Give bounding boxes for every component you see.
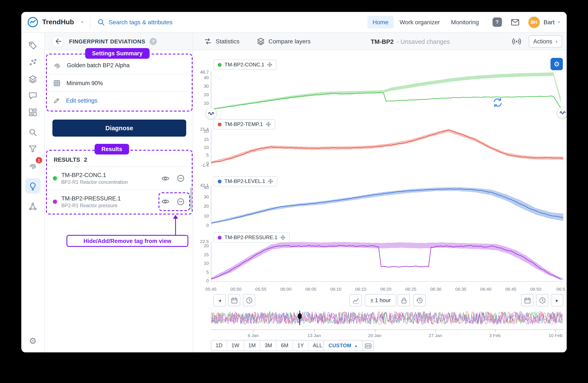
chart-plot-temp[interactable] bbox=[211, 129, 563, 166]
remove-tag-icon[interactable] bbox=[176, 173, 186, 183]
toggle-visibility-icon[interactable] bbox=[160, 173, 170, 183]
brand[interactable]: TrendHub ▾ bbox=[27, 17, 83, 28]
view-title: TM-BP2 - Unsaved changes bbox=[371, 33, 450, 50]
fingerprint-setting-row: Golden batch BP2 Alpha bbox=[47, 57, 192, 74]
remove-tag-icon[interactable] bbox=[176, 196, 186, 207]
chart-plot-pressure[interactable] bbox=[211, 241, 563, 282]
app-window: TrendHub ▾ Search tags & attributes Home… bbox=[21, 12, 567, 352]
top-bar: TrendHub ▾ Search tags & attributes Home… bbox=[21, 12, 567, 33]
compare-layers-button[interactable]: Compare layers bbox=[256, 37, 311, 46]
sidebar-recommendations-icon[interactable] bbox=[25, 178, 41, 194]
chip-label: TM-BP2-TEMP.1 bbox=[225, 121, 263, 127]
x-tick-label: 06:20 bbox=[377, 287, 394, 291]
refresh-icon[interactable] bbox=[492, 97, 503, 108]
sidebar-fingerprints-icon[interactable]: 1 bbox=[25, 158, 41, 174]
timeline-label: 20 Jan bbox=[364, 333, 385, 338]
context-minimap[interactable] bbox=[211, 311, 563, 325]
move-icon[interactable] bbox=[266, 122, 271, 127]
zoom-option-1m[interactable]: 1M bbox=[244, 341, 260, 351]
history-button[interactable] bbox=[413, 294, 426, 306]
search-input[interactable]: Search tags & attributes bbox=[97, 18, 172, 26]
timeline-axis: 6 Jan13 Jan20 Jan27 Jan3 Feb10 Feb bbox=[211, 329, 563, 339]
sidebar-search-icon[interactable] bbox=[25, 125, 41, 140]
wave-handle-right[interactable] bbox=[557, 107, 567, 118]
view-name: TM-BP2 bbox=[371, 38, 394, 45]
zoom-option-3m[interactable]: 3M bbox=[260, 341, 276, 351]
callout-arrow bbox=[175, 219, 176, 235]
end-date-button[interactable] bbox=[521, 294, 533, 306]
result-row-pressure[interactable]: TM-BP2-PRESSURE.1 BP2-R1 Reactor pressur… bbox=[47, 190, 192, 213]
y-axis-level: 42.1403020100 bbox=[193, 185, 210, 226]
timeline-tick bbox=[436, 330, 436, 332]
zoom-option-1y[interactable]: 1Y bbox=[293, 341, 308, 351]
panel-help-icon[interactable]: ? bbox=[149, 38, 157, 45]
nav-monitoring[interactable]: Monitoring bbox=[446, 16, 484, 29]
move-icon[interactable] bbox=[267, 62, 273, 67]
zoom-option-1w[interactable]: 1W bbox=[227, 341, 244, 351]
edit-settings-link-row[interactable]: Edit settings bbox=[47, 92, 192, 109]
move-icon[interactable] bbox=[268, 179, 273, 184]
pan-left-button[interactable]: ◂ bbox=[213, 294, 226, 306]
move-icon[interactable] bbox=[280, 235, 286, 240]
timeline-label: 13 Jan bbox=[304, 333, 325, 338]
timeline-tick bbox=[495, 330, 495, 332]
chart-plot-conc[interactable] bbox=[211, 71, 563, 112]
wave-handle-left[interactable] bbox=[205, 108, 217, 119]
custom-range-button[interactable]: CUSTOM ▲ bbox=[323, 340, 363, 351]
threshold-setting-row: Minimum 90% bbox=[47, 74, 192, 92]
chart-tag-chip-level[interactable]: TM-BP2-LEVEL.1 bbox=[213, 176, 278, 186]
chart-tag-chip-conc[interactable]: TM-BP2-CONC.1 bbox=[213, 59, 277, 70]
x-tick-label: 06:35 bbox=[452, 287, 469, 291]
result-row-conc[interactable]: TM-BP2-CONC.1 BP2-R1 Reactor concentrati… bbox=[47, 167, 192, 190]
fit-range-button[interactable] bbox=[363, 341, 374, 351]
trend-compare-button[interactable] bbox=[349, 294, 362, 306]
sidebar-scatter-icon[interactable] bbox=[25, 55, 41, 70]
live-broadcast-icon[interactable] bbox=[512, 37, 522, 46]
user-caret-icon[interactable]: ▾ bbox=[558, 20, 560, 24]
user-name: Bart bbox=[544, 19, 555, 25]
y-tick-label: 40 bbox=[204, 185, 209, 190]
sidebar-comments-icon[interactable] bbox=[25, 88, 41, 103]
x-tick-label: 05:55 bbox=[252, 287, 270, 291]
tag-name: TM-BP2-CONC.1 bbox=[61, 172, 155, 178]
mail-icon[interactable] bbox=[510, 18, 520, 26]
chart-settings-button[interactable]: ⚙ bbox=[550, 58, 563, 70]
sidebar-ml-icon[interactable] bbox=[25, 199, 41, 214]
x-tick-label: 06:05 bbox=[302, 287, 319, 291]
sidebar-filter-icon[interactable] bbox=[25, 141, 41, 157]
chart-plot-level[interactable] bbox=[211, 185, 563, 226]
end-time-button[interactable] bbox=[536, 294, 548, 306]
nav-home[interactable]: Home bbox=[368, 16, 394, 29]
y-tick-label: 0 bbox=[206, 223, 209, 228]
toggle-visibility-icon[interactable] bbox=[160, 196, 170, 207]
avatar[interactable]: BH bbox=[528, 16, 540, 28]
y-tick-label: 15 bbox=[204, 252, 209, 257]
zoom-option-1d[interactable]: 1D bbox=[211, 341, 227, 351]
sidebar-tags-icon[interactable] bbox=[25, 38, 41, 53]
sidebar-dashboards-icon[interactable] bbox=[25, 105, 41, 120]
pan-right-button[interactable]: ▸ bbox=[551, 294, 563, 306]
back-button[interactable] bbox=[52, 35, 64, 47]
help-button[interactable]: ? bbox=[493, 18, 502, 27]
panel-scrollbar[interactable] bbox=[190, 187, 192, 209]
statistics-button[interactable]: Statistics bbox=[204, 37, 239, 46]
start-date-button[interactable] bbox=[228, 294, 240, 306]
zoom-option-6m[interactable]: 6M bbox=[276, 341, 293, 351]
time-range-button[interactable]: ± 1 hour bbox=[365, 294, 396, 306]
start-time-button[interactable] bbox=[243, 294, 255, 306]
diagnose-button[interactable]: Diagnose bbox=[52, 120, 186, 137]
divider bbox=[90, 17, 90, 28]
pencil-icon bbox=[53, 96, 61, 104]
chart-tag-chip-temp[interactable]: TM-BP2-TEMP.1 bbox=[213, 119, 275, 129]
lock-range-button[interactable] bbox=[398, 294, 410, 306]
y-tick-label: 10 bbox=[204, 100, 209, 106]
actions-button[interactable]: Actions ▾ bbox=[529, 35, 562, 48]
fingerprint-icon bbox=[53, 61, 61, 70]
nav-work-organizer[interactable]: Work organizer bbox=[394, 16, 445, 29]
chart-area: Statistics Compare layers TM-BP2 - Unsav… bbox=[193, 33, 567, 352]
brand-caret-icon[interactable]: ▾ bbox=[81, 20, 83, 24]
timeline-label: 3 Feb bbox=[484, 333, 505, 338]
settings-gear-icon[interactable]: ⚙ bbox=[25, 333, 41, 348]
chart-tag-chip-pressure[interactable]: TM-BP2-PRESSURE.1 bbox=[213, 232, 290, 243]
sidebar-layers-icon[interactable] bbox=[25, 72, 41, 87]
